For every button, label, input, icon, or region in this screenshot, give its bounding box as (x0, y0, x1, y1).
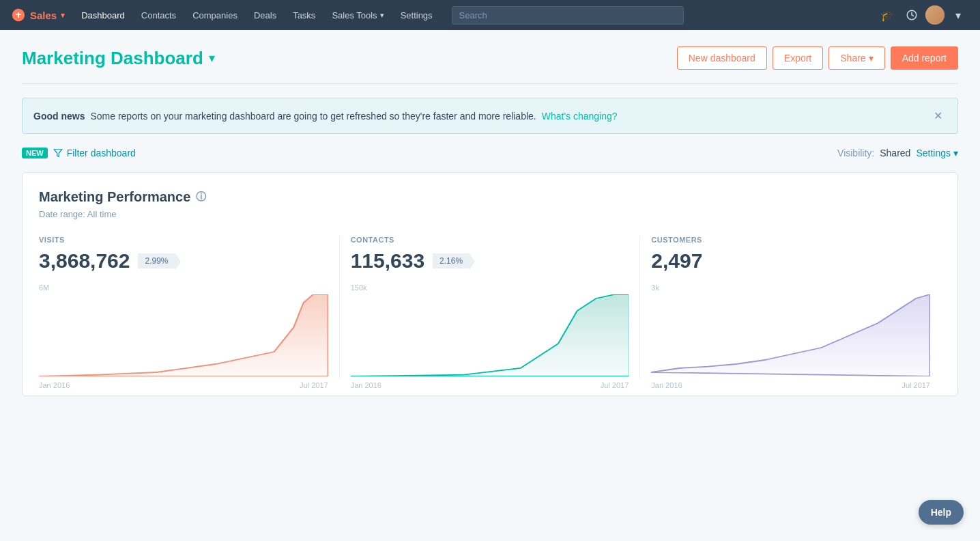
metrics-grid: VISITS 3,868,762 2.99% 6M (39, 236, 941, 379)
contacts-x-start: Jan 2016 (351, 381, 381, 389)
visits-x-end: Jul 2017 (300, 381, 328, 389)
contacts-label: CONTACTS (351, 236, 629, 244)
nav-item-settings[interactable]: Settings (392, 0, 441, 30)
contacts-badge: 2.16% (433, 253, 470, 268)
search-input[interactable] (452, 6, 684, 25)
settings-chevron-icon: ▾ (953, 148, 958, 158)
toolbar: NEW Filter dashboard Visibility: Shared … (22, 148, 958, 158)
marketing-performance-card: Marketing Performance ⓘ Date range: All … (22, 172, 958, 396)
customers-label: CUSTOMERS (651, 236, 930, 244)
brand-label: Sales (30, 10, 57, 21)
notification-banner: Good news Some reports on your marketing… (22, 98, 958, 134)
nav-item-dashboard[interactable]: Dashboard (73, 0, 133, 30)
notification-text: Some reports on your marketing dashboard… (90, 111, 536, 122)
metric-visits: VISITS 3,868,762 2.99% 6M (39, 236, 340, 379)
contacts-y-label: 150k (351, 283, 367, 292)
nav-item-deals[interactable]: Deals (246, 0, 285, 30)
nav-item-companies[interactable]: Companies (184, 0, 246, 30)
contacts-chart-svg (351, 294, 629, 376)
metric-contacts: CONTACTS 115,633 2.16% 150k (340, 236, 641, 379)
new-badge: NEW (22, 148, 48, 158)
visits-value-row: 3,868,762 2.99% (39, 249, 328, 273)
top-navigation: Sales ▾ Dashboard Contacts Companies Dea… (0, 0, 980, 30)
contacts-chart: 150k Jan 2016 Jul 2017 (351, 283, 629, 379)
notification-link[interactable]: What's changing? (542, 111, 618, 122)
toolbar-right: Visibility: Shared Settings ▾ (837, 148, 958, 158)
page-content: Marketing Dashboard ▾ New dashboard Expo… (0, 30, 980, 413)
customers-y-label: 3k (651, 283, 659, 292)
nav-item-sales-tools[interactable]: Sales Tools ▾ (323, 0, 392, 30)
visits-badge: 2.99% (138, 253, 175, 268)
metric-customers: CUSTOMERS 2,497 3k (640, 236, 941, 379)
brand-chevron-icon: ▾ (61, 11, 65, 20)
customers-value: 2,497 (651, 249, 702, 273)
nav-icons: 🎓 ▾ (876, 4, 969, 26)
user-avatar[interactable] (925, 5, 945, 25)
contacts-value-row: 115,633 2.16% (351, 249, 629, 273)
toolbar-left: NEW Filter dashboard (22, 148, 136, 158)
visits-x-start: Jan 2016 (39, 381, 70, 389)
sales-tools-chevron-icon: ▾ (380, 11, 384, 20)
contacts-x-labels: Jan 2016 Jul 2017 (351, 381, 629, 389)
contacts-value: 115,633 (351, 249, 424, 273)
header-buttons: New dashboard Export Share ▾ Add report (677, 46, 958, 70)
export-button[interactable]: Export (773, 46, 823, 70)
visits-chart-svg (39, 294, 328, 376)
visits-label: VISITS (39, 236, 328, 244)
new-dashboard-button[interactable]: New dashboard (677, 46, 767, 70)
customers-x-labels: Jan 2016 Jul 2017 (651, 381, 930, 389)
date-range: Date range: All time (39, 209, 941, 219)
customers-chart: 3k Jan 2016 Jul 2017 (651, 283, 930, 379)
visits-value: 3,868,762 (39, 249, 130, 273)
page-header: Marketing Dashboard ▾ New dashboard Expo… (22, 46, 958, 70)
visibility-label: Visibility: (837, 148, 874, 158)
notification-title: Good news (33, 111, 85, 122)
page-divider (22, 83, 958, 84)
filter-dashboard-button[interactable]: Filter dashboard (53, 148, 136, 158)
share-button[interactable]: Share ▾ (828, 46, 884, 70)
brand-logo[interactable]: Sales ▾ (11, 8, 65, 23)
page-title: Marketing Dashboard (22, 48, 203, 69)
customers-x-end: Jul 2017 (902, 381, 930, 389)
contacts-x-end: Jul 2017 (601, 381, 629, 389)
svg-marker-2 (54, 150, 62, 157)
share-chevron-icon: ▾ (869, 53, 874, 64)
customers-value-row: 2,497 (651, 249, 930, 273)
search-container (452, 6, 865, 25)
info-icon[interactable]: ⓘ (196, 191, 206, 204)
visits-chart: 6M Jan 2016 Jul 2017 (39, 283, 328, 379)
card-title: Marketing Performance ⓘ (39, 189, 941, 205)
filter-icon (53, 148, 63, 158)
nav-item-contacts[interactable]: Contacts (133, 0, 184, 30)
svg-marker-3 (39, 294, 328, 376)
academy-icon[interactable]: 🎓 (876, 4, 898, 26)
svg-marker-4 (351, 294, 629, 376)
add-report-button[interactable]: Add report (891, 46, 958, 70)
visibility-value: Shared (880, 148, 910, 158)
svg-marker-5 (651, 294, 930, 376)
customers-chart-svg (651, 294, 930, 376)
customers-x-start: Jan 2016 (651, 381, 682, 389)
notifications-icon[interactable] (901, 4, 923, 26)
visits-y-label: 6M (39, 283, 49, 292)
nav-item-tasks[interactable]: Tasks (285, 0, 323, 30)
notification-content: Good news Some reports on your marketing… (33, 111, 618, 122)
page-title-chevron-icon[interactable]: ▾ (209, 51, 215, 66)
notification-close-icon[interactable]: ✕ (929, 108, 947, 124)
visits-x-labels: Jan 2016 Jul 2017 (39, 381, 328, 389)
page-title-container: Marketing Dashboard ▾ (22, 48, 215, 69)
account-chevron-icon[interactable]: ▾ (947, 4, 969, 26)
settings-button[interactable]: Settings ▾ (916, 148, 958, 158)
